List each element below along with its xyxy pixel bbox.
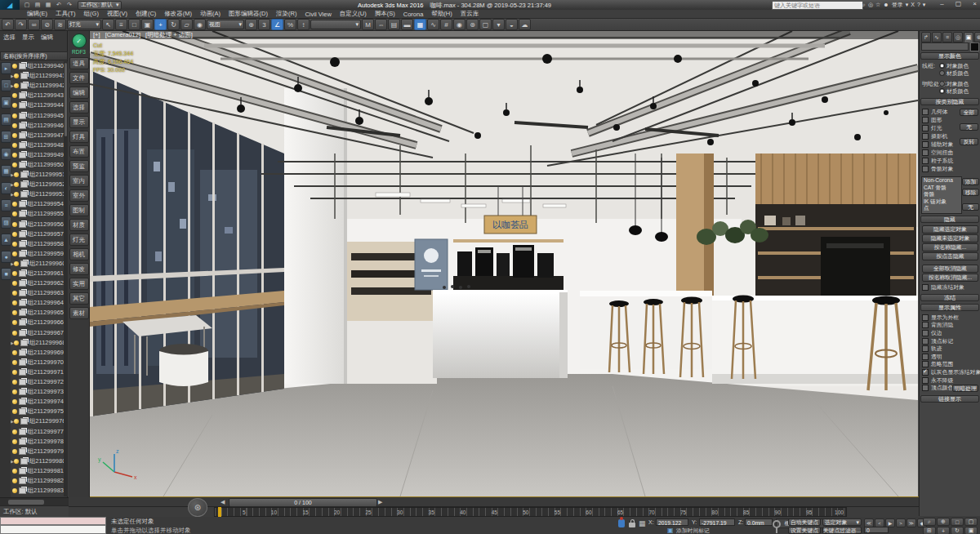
menu-item[interactable]: 图形编辑器(D): [225, 10, 272, 18]
display-prop-row[interactable]: 永不降级: [922, 376, 980, 385]
frame-back-arrow[interactable]: ◀: [220, 499, 225, 505]
infocenter-icon[interactable]: ☆: [875, 2, 880, 8]
toolbar-icon[interactable]: ⇔: [375, 19, 387, 30]
table-row[interactable]: 组211299947: [11, 131, 64, 140]
table-row[interactable]: 组211299979: [11, 447, 64, 456]
track-bar[interactable]: 5101520253035404550556065707580859095100: [214, 507, 847, 517]
qat-icon[interactable]: ▢: [22, 1, 32, 9]
table-row[interactable]: ▶ 组211299952: [11, 180, 64, 189]
maxscript-listener-field[interactable]: [0, 525, 106, 534]
script-panel-button[interactable]: 显示: [69, 116, 89, 128]
toolbar-icon[interactable]: #: [440, 19, 452, 30]
time-slider-thumb[interactable]: 0 / 100: [229, 498, 377, 507]
hide-action-button[interactable]: 按点击隐藏: [922, 252, 978, 260]
checkbox-icon[interactable]: [922, 284, 929, 291]
toolbar-icon[interactable]: M: [362, 19, 374, 30]
viewport-general-menu[interactable]: [+]: [93, 31, 100, 38]
checkbox-icon[interactable]: [922, 141, 929, 148]
category-checkbox-row[interactable]: 空间扭曲: [922, 149, 953, 157]
auto-key-button[interactable]: 自动关键点: [788, 518, 821, 526]
unhide-action-button[interactable]: 全部取消隐藏: [922, 265, 978, 273]
object-color-swatch[interactable]: [970, 42, 979, 51]
checkbox-icon[interactable]: [922, 322, 929, 328]
toolbar-icon[interactable]: ▬: [401, 19, 413, 30]
menu-item[interactable]: 自定义(U): [336, 10, 371, 18]
menu-item[interactable]: Civil View: [301, 11, 335, 18]
script-panel-button[interactable]: 室外: [69, 189, 89, 202]
menu-item[interactable]: 工具(T): [51, 10, 80, 18]
category-checkbox-row[interactable]: 粒子系统: [922, 157, 953, 165]
script-panel-button[interactable]: 室内: [69, 175, 89, 187]
display-prop-row[interactable]: 透明: [922, 353, 980, 361]
toolbar-icon[interactable]: ∠: [271, 19, 283, 30]
rollout-link-display[interactable]: 链接显示: [920, 395, 979, 403]
hide-action-button[interactable]: 按名称隐藏...: [922, 243, 978, 251]
toolbar-icon[interactable]: ▦: [414, 19, 426, 30]
table-row[interactable]: ▶ 组211299976: [11, 416, 64, 426]
qat-icon[interactable]: ↷: [65, 1, 74, 9]
explorer-vscrollbar[interactable]: [64, 61, 68, 496]
toolbar-icon[interactable]: ◉: [453, 19, 466, 30]
shaded-object-color-radio[interactable]: [939, 81, 945, 87]
infocenter-icon[interactable]: ◎: [868, 2, 873, 8]
selection-filter-select[interactable]: 灯光▾: [67, 20, 101, 29]
command-panel-tab[interactable]: ▣: [964, 32, 973, 42]
qat-icon[interactable]: ↶: [54, 1, 64, 9]
category-checkbox-row[interactable]: 摄影机: [922, 132, 953, 140]
checkbox-icon[interactable]: [922, 385, 929, 391]
unhide-action-button[interactable]: 按名称取消隐藏...: [922, 274, 978, 282]
script-panel-button[interactable]: 实用: [69, 278, 89, 290]
script-panel-button[interactable]: 灯具: [69, 131, 89, 143]
menu-item[interactable]: 脚本(S): [371, 10, 399, 18]
workspace-select[interactable]: 工作区: 默认 ▾: [78, 1, 122, 10]
list-item[interactable]: CAT 骨骼: [922, 185, 961, 192]
toolbar-icon[interactable]: ▱: [180, 19, 193, 30]
category-checkbox-row[interactable]: 辅助对象: [922, 140, 953, 149]
table-row[interactable]: 组211299983: [11, 486, 64, 496]
add-time-tag[interactable]: 添加时间标记: [676, 527, 710, 534]
table-row[interactable]: 组211299949: [11, 150, 64, 160]
table-row[interactable]: 组211299978: [11, 437, 64, 447]
toolbar-icon[interactable]: ◒: [506, 19, 518, 30]
menu-item[interactable]: 修改器(M): [160, 10, 196, 18]
checkbox-icon[interactable]: [922, 377, 929, 384]
table-row[interactable]: ▶ 组211299968: [11, 338, 64, 348]
display-prop-row[interactable]: 轨迹: [922, 345, 980, 353]
table-row[interactable]: 组211299959: [11, 249, 64, 259]
command-panel-tab[interactable]: ↱: [921, 32, 931, 42]
selection-lock-icon[interactable]: [629, 523, 635, 527]
table-row[interactable]: ▶ 组211299942: [11, 81, 64, 91]
toolbar-icon[interactable]: ⊘: [41, 19, 53, 30]
toolbar-icon[interactable]: ▣: [141, 19, 154, 30]
script-panel-button[interactable]: 预监: [69, 160, 89, 172]
isolate-selection-icon[interactable]: [618, 519, 625, 527]
infocenter-icon[interactable]: ?: [917, 2, 920, 8]
grid-toggle-icon[interactable]: ▦: [639, 519, 646, 527]
infocenter-icon[interactable]: ☻: [883, 2, 889, 8]
table-row[interactable]: 组211299970: [11, 358, 64, 367]
table-row[interactable]: 组211299982: [11, 476, 64, 486]
x-coordinate-field[interactable]: 2019.122: [656, 518, 688, 526]
toolbar-icon[interactable]: ↶: [2, 19, 14, 30]
toolbar-icon[interactable]: ∿: [427, 19, 439, 30]
table-row[interactable]: ▶ 组211299941: [11, 71, 64, 81]
toolbar-icon[interactable]: ▢: [479, 19, 492, 30]
category-listbox[interactable]: Non-CoronaCAT 骨骼骨骼IK 链对象点: [921, 176, 962, 214]
table-row[interactable]: 组211299961: [11, 269, 64, 278]
table-row[interactable]: 组211299973: [11, 387, 64, 397]
toolbar-icon[interactable]: ◉: [194, 19, 206, 30]
table-row[interactable]: 组211299969: [11, 348, 64, 358]
list-item[interactable]: 点: [922, 205, 961, 212]
list-item[interactable]: 骨骼: [922, 191, 961, 198]
table-row[interactable]: 组211299966: [11, 318, 64, 327]
steering-wheel-icon[interactable]: ⊛: [188, 498, 207, 517]
viewport-nav-icon[interactable]: ▣: [964, 527, 978, 534]
hide-frozen-row[interactable]: 隐藏冻结对象: [922, 283, 964, 291]
table-row[interactable]: 组211299945: [11, 110, 64, 120]
hide-action-button[interactable]: 隐藏未选定对象: [922, 234, 978, 243]
toolbar-icon[interactable]: ≋: [54, 19, 66, 30]
table-row[interactable]: 组211299958: [11, 239, 64, 249]
wire-material-color-radio[interactable]: [939, 70, 945, 76]
viewport-shading-menu[interactable]: [明暗处理 + 边面]: [145, 31, 193, 38]
menu-item[interactable]: 动画(A): [196, 10, 225, 18]
